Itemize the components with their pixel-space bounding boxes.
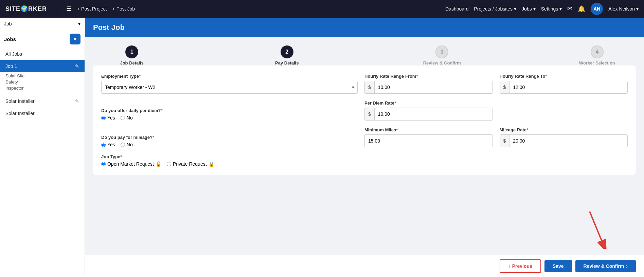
employment-type-select[interactable]: Temporary Worker - W2 Full Time Part Tim… — [101, 81, 358, 94]
chevron-down-icon: ▾ — [636, 6, 639, 12]
chevron-down-icon: ▾ — [514, 6, 516, 12]
dashboard-link[interactable]: Dashboard — [445, 6, 469, 12]
settings-link[interactable]: Settings ▾ — [541, 6, 562, 12]
stepper: 1 Job Details 2 Pay Details 3 Review & C… — [93, 45, 636, 66]
min-miles-group: Minimum Miles* — [364, 127, 493, 147]
open-market-icon: 🔓 — [156, 161, 161, 167]
mileage-rate-group: Mileage Rate* $ — [500, 127, 628, 147]
sidebar-dropdown-label: Job — [4, 21, 12, 26]
post-job-button[interactable]: + Post Job — [112, 6, 135, 12]
sidebar-item-job1[interactable]: Job 1 ✎ — [0, 60, 85, 72]
bell-icon[interactable]: 🔔 — [578, 5, 585, 13]
sidebar-job1-subtext: Solar SiteSafetyInspector — [0, 72, 85, 95]
step-4: 4 Worker Selection — [558, 45, 636, 66]
min-miles-input[interactable] — [364, 134, 493, 147]
per-diem-rate-input[interactable] — [375, 108, 493, 120]
chevron-down-icon: ▾ — [78, 21, 80, 26]
filter-icon: ▼ — [73, 36, 77, 42]
sidebar-section-title: Jobs — [4, 36, 16, 42]
sidebar-item-solar-installer-2[interactable]: Solar Installer — [0, 107, 85, 119]
mileage-rate-label: Mileage Rate* — [500, 127, 628, 132]
mileage-label: Do you pay for mileage?* — [101, 135, 358, 140]
page-title: Post Job — [85, 18, 644, 37]
content-area: Post Job 1 Job Details 2 Pay Details 3 — [85, 18, 644, 277]
lock-icon: 🔒 — [209, 161, 214, 167]
jobs-link[interactable]: Jobs ▾ — [522, 6, 536, 12]
mileage-rate-input[interactable] — [509, 135, 627, 147]
chevron-down-icon: ▾ — [533, 6, 536, 12]
save-button[interactable]: Save — [544, 260, 572, 272]
per-diem-radio-group: Yes No — [101, 115, 358, 121]
step-2-circle: 2 — [281, 45, 293, 58]
step-1-label: Job Details — [120, 60, 143, 66]
step-3-label: Review & Confirm — [423, 60, 461, 66]
form-card: Employment Type* Temporary Worker - W2 F… — [93, 66, 636, 175]
currency-icon: $ — [500, 135, 510, 147]
hamburger-icon[interactable]: ☰ — [66, 5, 72, 13]
sidebar-header: Jobs ▼ — [0, 30, 85, 48]
mileage-group: Do you pay for mileage?* Yes No — [101, 135, 358, 147]
edit-icon[interactable]: ✎ — [75, 98, 79, 104]
job-type-label: Job Type* — [101, 154, 628, 159]
post-project-button[interactable]: + Post Project — [77, 6, 107, 12]
mileage-no-radio[interactable]: No — [121, 142, 133, 147]
sidebar: Job ▾ Jobs ▼ All Jobs Job 1 ✎ Solar Site… — [0, 18, 85, 277]
main-layout: Job ▾ Jobs ▼ All Jobs Job 1 ✎ Solar Site… — [0, 18, 644, 277]
per-diem-rate-group: Per Diem Rate* $ — [364, 100, 493, 121]
min-miles-label: Minimum Miles* — [364, 127, 493, 132]
currency-icon: $ — [365, 81, 375, 93]
projects-jobsites-link[interactable]: Projects / Jobsites ▾ — [474, 6, 517, 12]
job-type-group: Job Type* Open Market Request 🔓 Private … — [101, 154, 628, 167]
content-body: 1 Job Details 2 Pay Details 3 Review & C… — [85, 37, 644, 255]
per-diem-group: Do you offer daily per diem?* Yes No — [101, 108, 358, 121]
per-diem-rate-label: Per Diem Rate* — [364, 100, 493, 106]
hourly-rate-to-input-wrapper: $ — [500, 81, 628, 94]
nav-divider — [58, 4, 58, 14]
chevron-down-icon: ▾ — [559, 6, 562, 12]
step-3: 3 Review & Confirm — [403, 45, 481, 66]
user-name[interactable]: Alex Neilson ▾ — [608, 6, 639, 12]
chevron-right-icon: › — [626, 263, 628, 269]
sidebar-item-all-jobs[interactable]: All Jobs — [0, 48, 85, 60]
step-2-label: Pay Details — [275, 60, 299, 66]
form-row-1: Employment Type* Temporary Worker - W2 F… — [101, 74, 628, 94]
sidebar-item-solar-installer-1[interactable]: Solar Installer ✎ — [0, 95, 85, 107]
hourly-rate-from-group: Hourly Rate Range From* $ — [364, 74, 493, 94]
employment-type-label: Employment Type* — [101, 74, 358, 79]
mileage-radio-group: Yes No — [101, 142, 358, 147]
previous-button[interactable]: ‹ Previous — [500, 259, 541, 273]
step-3-circle: 3 — [435, 45, 448, 58]
form-row-4: Job Type* Open Market Request 🔓 Private … — [101, 154, 628, 167]
per-diem-yes-radio[interactable]: Yes — [101, 115, 115, 121]
hourly-rate-to-input[interactable] — [509, 81, 627, 93]
mail-icon[interactable]: ✉ — [567, 5, 572, 13]
open-market-radio[interactable]: Open Market Request 🔓 — [101, 161, 161, 167]
per-diem-no-radio[interactable]: No — [121, 115, 133, 121]
form-row-2: Do you offer daily per diem?* Yes No — [101, 100, 628, 121]
review-confirm-button[interactable]: Review & Confirm › — [575, 260, 636, 272]
hourly-rate-to-label: Hourly Rate Range To* — [500, 74, 628, 79]
currency-icon: $ — [365, 108, 375, 120]
avatar[interactable]: AN — [591, 3, 603, 15]
hourly-rate-from-input[interactable] — [375, 81, 493, 93]
step-2: 2 Pay Details — [248, 45, 326, 66]
step-4-label: Worker Selection — [579, 60, 615, 66]
hourly-rate-to-group: Hourly Rate Range To* $ — [500, 74, 628, 94]
chevron-left-icon: ‹ — [508, 263, 510, 269]
logo: SITE🌍RKER — [5, 5, 47, 13]
top-navigation: SITE🌍RKER ☰ + Post Project + Post Job Da… — [0, 0, 644, 18]
private-request-radio[interactable]: Private Request 🔒 — [167, 161, 214, 167]
mileage-rate-input-wrapper: $ — [500, 134, 628, 147]
mileage-yes-radio[interactable]: Yes — [101, 142, 115, 147]
job-type-radio-group: Open Market Request 🔓 Private Request 🔒 — [101, 161, 628, 167]
edit-icon[interactable]: ✎ — [75, 63, 79, 69]
filter-button[interactable]: ▼ — [70, 34, 80, 44]
sidebar-dropdown[interactable]: Job ▾ — [0, 18, 85, 30]
nav-right: Dashboard Projects / Jobsites ▾ Jobs ▾ S… — [445, 3, 639, 15]
form-row-3: Do you pay for mileage?* Yes No — [101, 127, 628, 147]
step-1-circle: 1 — [125, 45, 138, 58]
employment-type-group: Employment Type* Temporary Worker - W2 F… — [101, 74, 358, 94]
currency-icon: $ — [500, 81, 510, 93]
step-4-circle: 4 — [591, 45, 604, 58]
hourly-rate-from-input-wrapper: $ — [364, 81, 493, 94]
